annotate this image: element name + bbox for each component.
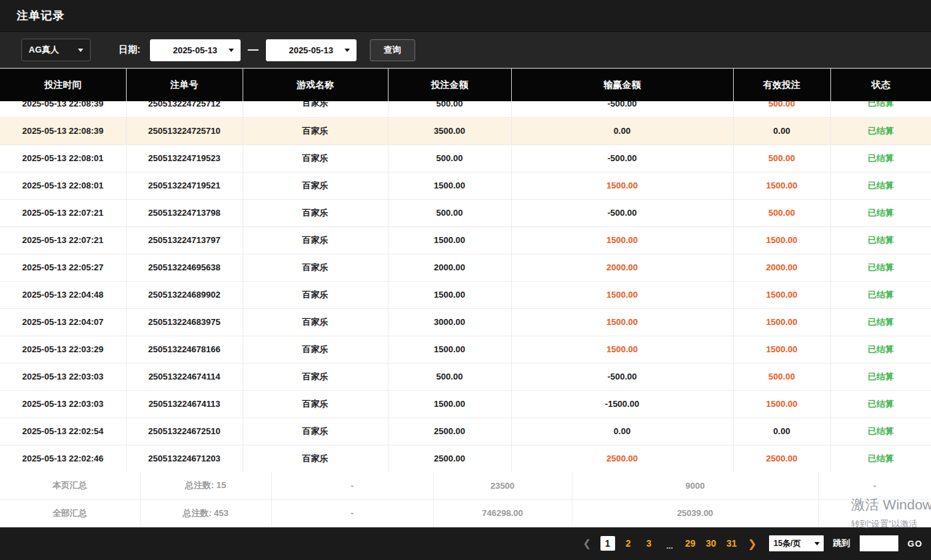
cell-valid-bet: 500.00	[733, 199, 830, 226]
cell-order-no: 250513224713797	[126, 226, 243, 254]
col-winloss-amount: 输赢金额	[511, 69, 733, 101]
table-row[interactable]: 2025-05-13 22:02:54250513224672510百家乐250…	[0, 418, 931, 445]
cell-winloss-amount: 1500.00	[511, 308, 733, 336]
cell-bet-time: 2025-05-13 22:08:01	[0, 144, 126, 172]
game-category-select[interactable]: AG真人	[21, 39, 91, 61]
col-bet-time: 投注时间	[0, 69, 126, 101]
cell-status: 已结算	[830, 308, 931, 336]
pager-page-30[interactable]: 30	[704, 536, 718, 551]
cell-order-no: 250513224719521	[126, 172, 243, 199]
cell-order-no: 250513224689902	[126, 281, 243, 308]
cell-winloss-amount: 1500.00	[511, 172, 733, 199]
cell-bet-amount: 1500.00	[388, 281, 511, 308]
cell-status: 已结算	[830, 254, 931, 281]
pager-ellipsis: ...	[662, 536, 677, 551]
table-row[interactable]: 2025-05-13 22:03:29250513224678166百家乐150…	[0, 336, 931, 363]
table-row[interactable]: 2025-05-13 22:03:03250513224674113百家乐150…	[0, 390, 931, 418]
col-game-name: 游戏名称	[243, 69, 388, 101]
bet-records-page: 注单记录 AG真人 日期: 2025-05-13 — 2025-05-13 查询…	[0, 0, 931, 560]
table-row[interactable]: 2025-05-13 22:04:07250513224683975百家乐300…	[0, 308, 931, 336]
cell-valid-bet: 1500.00	[733, 226, 830, 254]
cell-bet-amount: 3500.00	[388, 117, 511, 144]
table-row[interactable]: 2025-05-13 22:03:03250513224674114百家乐500…	[0, 363, 931, 390]
go-button[interactable]: GO	[908, 539, 922, 549]
cell-valid-bet: 2500.00	[733, 445, 830, 472]
table-row[interactable]: 2025-05-13 22:08:39250513224725710百家乐350…	[0, 117, 931, 144]
cell-bet-time: 2025-05-13 22:03:03	[0, 363, 126, 390]
cell-winloss-amount: 2000.00	[511, 254, 733, 281]
cell-bet-time: 2025-05-13 22:08:01	[0, 172, 126, 199]
table-row[interactable]: 2025-05-13 22:08:01250513224719523百家乐500…	[0, 144, 931, 172]
jump-label: 跳到	[833, 537, 850, 549]
page-title: 注单记录	[17, 8, 65, 23]
pagination-bar: ❮123...293031❯ 15条/页 跳到 GO	[0, 527, 931, 560]
cell-bet-amount: 500.00	[388, 199, 511, 226]
cell-bet-time: 2025-05-13 22:03:03	[0, 390, 126, 418]
cell-game-name: 百家乐	[243, 390, 388, 418]
cell-game-name: 百家乐	[243, 101, 388, 117]
cell-bet-time: 2025-05-13 22:02:46	[0, 445, 126, 472]
table-row[interactable]: 2025-05-13 22:08:01250513224719521百家乐150…	[0, 172, 931, 199]
cell-status: 已结算	[830, 336, 931, 363]
cell-game-name: 百家乐	[243, 308, 388, 336]
pager-page-2[interactable]: 2	[621, 536, 636, 551]
cell-order-no: 250513224674113	[126, 390, 243, 418]
pager-page-3[interactable]: 3	[642, 536, 656, 551]
cell-bet-time: 2025-05-13 22:04:07	[0, 308, 126, 336]
records-table-body-viewport[interactable]: 2025-05-13 22:08:39250513224725712百家乐500…	[0, 101, 931, 472]
cell-valid-bet: 1500.00	[733, 308, 830, 336]
cell-winloss-amount: 1500.00	[511, 336, 733, 363]
cell-bet-time: 2025-05-13 22:08:39	[0, 117, 126, 144]
chevron-down-icon	[229, 49, 234, 52]
cell-game-name: 百家乐	[243, 363, 388, 390]
summary-row-page: 本页汇总 总注数: 15 - 23500 9000 -	[0, 472, 931, 499]
cell-game-name: 百家乐	[243, 199, 388, 226]
cell-bet-time: 2025-05-13 22:05:27	[0, 254, 126, 281]
cell-order-no: 250513224695638	[126, 254, 243, 281]
pager-page-31[interactable]: 31	[724, 536, 739, 551]
table-row[interactable]: 2025-05-13 22:07:21250513224713797百家乐150…	[0, 226, 931, 254]
date-to-value: 2025-05-13	[289, 45, 333, 55]
cell-valid-bet: 2000.00	[733, 254, 830, 281]
summary-all-winloss-total: 25039.00	[572, 499, 818, 527]
summary-all-label: 全部汇总	[0, 499, 140, 527]
date-from-select[interactable]: 2025-05-13	[150, 39, 241, 61]
summary-page-winloss-total: 9000	[572, 472, 818, 499]
table-row[interactable]: 2025-05-13 22:07:21250513224713798百家乐500…	[0, 199, 931, 226]
cell-winloss-amount: -1500.00	[511, 390, 733, 418]
pager-page-29[interactable]: 29	[683, 536, 698, 551]
cell-order-no: 250513224671203	[126, 445, 243, 472]
header-row: 投注时间 注单号 游戏名称 投注金额 输赢金额 有效投注 状态	[0, 69, 931, 101]
cell-bet-amount: 1500.00	[388, 172, 511, 199]
cell-bet-amount: 500.00	[388, 144, 511, 172]
table-row[interactable]: 2025-05-13 22:02:46250513224671203百家乐250…	[0, 445, 931, 472]
cell-status: 已结算	[830, 226, 931, 254]
page-size-select[interactable]: 15条/页	[769, 535, 824, 551]
filter-bar: AG真人 日期: 2025-05-13 — 2025-05-13 查询	[0, 32, 931, 69]
cell-order-no: 250513224683975	[126, 308, 243, 336]
table-row[interactable]: 2025-05-13 22:08:39250513224725712百家乐500…	[0, 101, 931, 117]
records-table: 2025-05-13 22:08:39250513224725712百家乐500…	[0, 101, 931, 472]
pager-next-button[interactable]: ❯	[745, 536, 760, 551]
jump-page-input[interactable]	[860, 535, 898, 551]
pager-page-1[interactable]: 1	[600, 536, 615, 551]
date-to-select[interactable]: 2025-05-13	[266, 39, 357, 61]
cell-status: 已结算	[830, 144, 931, 172]
pager-prev-button[interactable]: ❮	[580, 536, 594, 551]
cell-winloss-amount: 1500.00	[511, 281, 733, 308]
cell-bet-amount: 500.00	[388, 101, 511, 117]
table-row[interactable]: 2025-05-13 22:04:48250513224689902百家乐150…	[0, 281, 931, 308]
cell-valid-bet: 0.00	[733, 418, 830, 445]
cell-order-no: 250513224725710	[126, 117, 243, 144]
col-status: 状态	[830, 69, 931, 101]
summary-section: 本页汇总 总注数: 15 - 23500 9000 - 全部汇总 总注数: 45…	[0, 472, 931, 527]
cell-bet-amount: 2500.00	[388, 445, 511, 472]
cell-status: 已结算	[830, 117, 931, 144]
summary-row-all: 全部汇总 总注数: 453 - 746298.00 25039.00	[0, 499, 931, 527]
cell-valid-bet: 500.00	[733, 101, 830, 117]
cell-order-no: 250513224725712	[126, 101, 243, 117]
cell-game-name: 百家乐	[243, 336, 388, 363]
cell-status: 已结算	[830, 363, 931, 390]
query-button[interactable]: 查询	[370, 39, 415, 61]
table-row[interactable]: 2025-05-13 22:05:27250513224695638百家乐200…	[0, 254, 931, 281]
